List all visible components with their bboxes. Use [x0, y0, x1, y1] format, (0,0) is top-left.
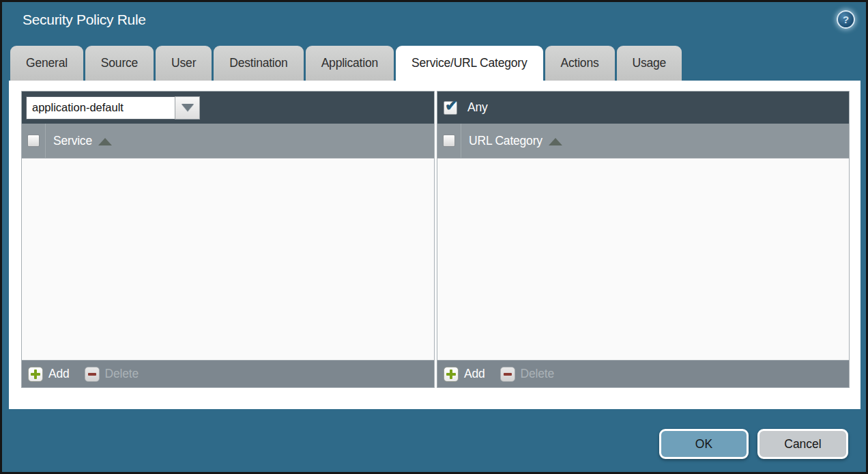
help-icon[interactable]: ?: [837, 10, 855, 29]
delete-button-label: Delete: [521, 367, 554, 381]
service-add-button[interactable]: Add: [28, 367, 70, 382]
ok-button[interactable]: OK: [659, 429, 749, 459]
url-category-column-header[interactable]: URL Category: [469, 134, 542, 148]
tab-content-area: Service Add Delete Any: [9, 81, 860, 409]
service-table-body[interactable]: [22, 158, 434, 360]
sort-ascending-icon[interactable]: [98, 138, 112, 145]
service-table-header: Service: [22, 124, 434, 158]
add-plus-icon: [444, 367, 459, 382]
url-category-panel-footer: Add Delete: [437, 360, 849, 387]
service-panel-toolbar: [22, 92, 434, 124]
service-delete-button[interactable]: Delete: [85, 367, 139, 382]
add-plus-icon: [28, 367, 43, 382]
cancel-button[interactable]: Cancel: [757, 429, 848, 459]
delete-minus-icon: [500, 367, 515, 382]
url-category-delete-button[interactable]: Delete: [500, 367, 554, 382]
add-button-label: Add: [48, 367, 70, 381]
tab-service-url-category[interactable]: Service/URL Category: [396, 46, 542, 81]
add-button-label: Add: [464, 367, 485, 381]
url-category-table-header: URL Category: [437, 124, 849, 158]
delete-button-label: Delete: [105, 367, 139, 381]
tab-source[interactable]: Source: [85, 46, 154, 81]
any-checkbox-label: Any: [467, 100, 488, 115]
any-row: Any: [444, 100, 488, 115]
url-category-panel: Any URL Category Add Delete: [437, 91, 850, 388]
service-type-input[interactable]: [26, 96, 175, 120]
tab-actions[interactable]: Actions: [545, 46, 615, 81]
url-category-select-all-cell: [437, 124, 461, 158]
service-select-all-cell: [22, 124, 46, 158]
tab-destination[interactable]: Destination: [214, 46, 303, 81]
tab-user[interactable]: User: [156, 46, 212, 81]
delete-minus-icon: [85, 367, 100, 382]
tab-application[interactable]: Application: [306, 46, 394, 81]
service-type-dropdown: [26, 96, 200, 120]
tab-bar: General Source User Destination Applicat…: [10, 46, 682, 81]
service-panel: Service Add Delete: [21, 91, 435, 388]
sort-ascending-icon[interactable]: [549, 138, 562, 145]
url-category-panel-toolbar: Any: [437, 92, 849, 124]
url-category-table-body[interactable]: [437, 158, 849, 360]
any-checkbox[interactable]: [444, 101, 457, 115]
tab-usage[interactable]: Usage: [617, 46, 682, 81]
service-panel-footer: Add Delete: [22, 360, 434, 387]
dialog-title: Security Policy Rule: [23, 12, 146, 28]
service-type-dropdown-button[interactable]: [175, 96, 200, 120]
url-category-select-all-checkbox[interactable]: [443, 135, 455, 147]
service-select-all-checkbox[interactable]: [27, 135, 40, 147]
tab-general[interactable]: General: [10, 46, 83, 81]
chevron-down-icon: [182, 104, 194, 111]
url-category-add-button[interactable]: Add: [444, 367, 485, 382]
security-policy-rule-dialog: Security Policy Rule ? General Source Us…: [0, 0, 868, 474]
service-column-header[interactable]: Service: [53, 134, 92, 148]
